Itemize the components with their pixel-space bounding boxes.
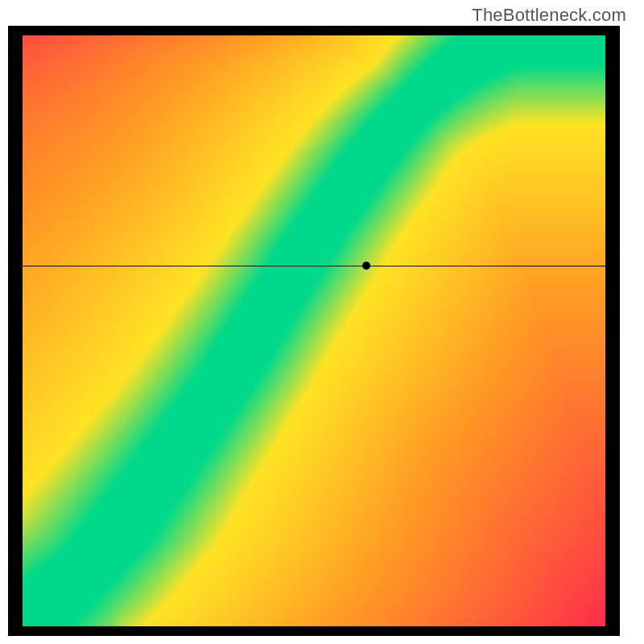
crosshair-point xyxy=(362,262,370,270)
watermark-text: TheBottleneck.com xyxy=(472,5,626,26)
heatmap-canvas xyxy=(23,35,605,626)
chart-frame xyxy=(8,26,620,636)
heatmap-plot xyxy=(23,35,605,626)
crosshair-horizontal-line xyxy=(23,266,605,266)
